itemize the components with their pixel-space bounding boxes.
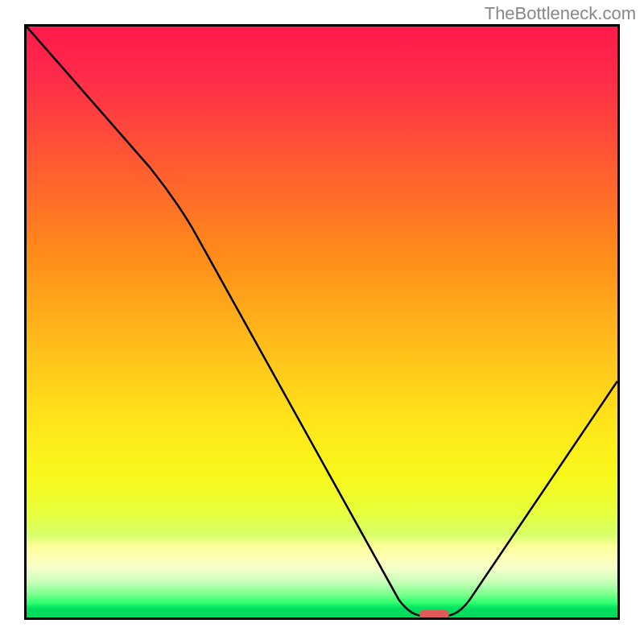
watermark-text: TheBottleneck.com <box>485 3 636 24</box>
bottleneck-curve <box>27 27 617 617</box>
plot-area <box>24 24 620 620</box>
chart-container: TheBottleneck.com <box>0 0 644 644</box>
optimal-point-marker <box>419 610 449 618</box>
